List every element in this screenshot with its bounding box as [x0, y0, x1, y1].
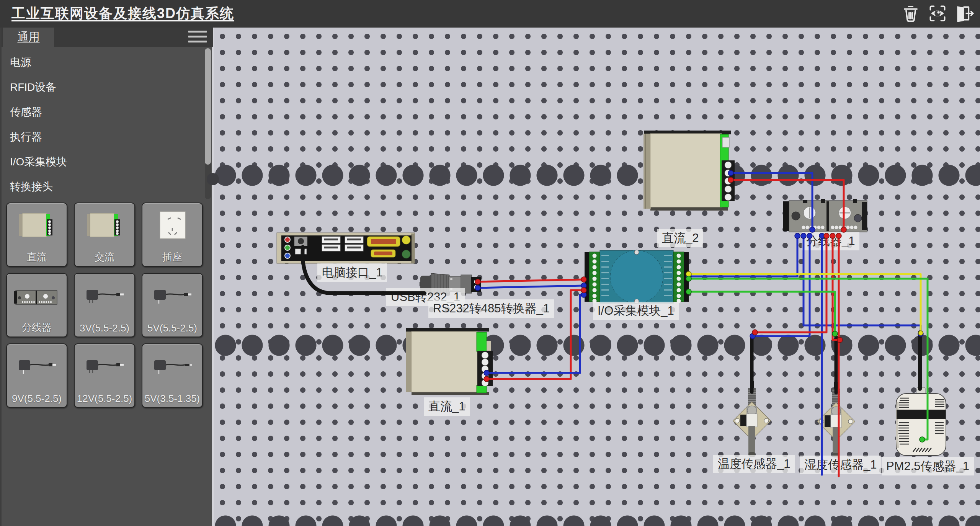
card-label: 插座: [142, 250, 202, 264]
sidebar: 通用 电源 RFID设备 传感器 执行器 I/O采集模块 转换接头 直流: [0, 28, 212, 526]
io-module-graphic: [585, 249, 689, 305]
device-dc-power-2[interactable]: [641, 128, 737, 216]
card-label: 9V(5.5-2.5): [7, 393, 67, 405]
device-label: I/O采集模块_1: [593, 302, 679, 320]
exit-icon[interactable]: [954, 3, 975, 24]
device-label: 直流_1: [424, 397, 470, 416]
sidebar-item-adapter[interactable]: 转换接头: [2, 174, 201, 199]
device-dc-power-1[interactable]: [405, 327, 497, 399]
psu-thumb-icon: [82, 209, 127, 245]
tab-general[interactable]: 通用: [3, 28, 54, 47]
device-label: 分线器_1: [802, 232, 859, 250]
card-label: 直流: [7, 250, 67, 264]
splitter-graphic: [783, 198, 873, 235]
device-palette: 直流 交流 插座: [6, 203, 209, 408]
pegboard-hole-band: [212, 515, 980, 526]
device-splitter[interactable]: [783, 198, 873, 237]
splitter-thumb-icon: [12, 280, 62, 315]
adapter-thumb-icon: [80, 280, 129, 315]
pegboard-hole-band: [212, 165, 980, 186]
sidebar-collapse-handle[interactable]: [207, 173, 219, 185]
probe-sensor-graphic: [729, 381, 775, 461]
palette-card-ac[interactable]: 交流: [74, 203, 135, 267]
palette-card-dc[interactable]: 直流: [6, 203, 67, 267]
socket-thumb-icon: [149, 209, 195, 245]
sidebar-item-io-module[interactable]: I/O采集模块: [2, 149, 201, 174]
card-label: 5V(5.5-2.5): [142, 322, 202, 334]
device-humidity-sensor[interactable]: [813, 382, 859, 464]
device-label: RS232转485转换器_1: [428, 299, 554, 318]
psu-thumb-icon: [14, 209, 60, 245]
card-label: 5V(3.5-1.35): [142, 393, 202, 405]
toolbar-icons: [900, 3, 975, 24]
trash-icon[interactable]: [900, 3, 921, 24]
sidebar-header: 通用: [2, 28, 213, 47]
adapter-thumb-icon: [12, 350, 62, 386]
sidebar-scrollbar-thumb[interactable]: [205, 48, 211, 165]
sidebar-item-power[interactable]: 电源: [2, 50, 201, 75]
app-title: 工业互联网设备及接线3D仿真系统: [11, 0, 234, 27]
device-label: PM2.5传感器_1: [882, 457, 974, 475]
palette-card-12v[interactable]: 12V(5.5-2.5): [74, 343, 135, 408]
device-pm25-sensor[interactable]: [892, 387, 951, 459]
adapter-thumb-icon: [147, 280, 197, 315]
dc-power-graphic: [641, 128, 737, 214]
device-label: 温度传感器_1: [713, 455, 795, 473]
device-label: 电脑接口_1: [317, 263, 387, 282]
menu-icon[interactable]: [188, 31, 207, 44]
palette-card-socket[interactable]: 插座: [142, 203, 203, 267]
pc-panel-graphic: [276, 232, 417, 265]
palette-card-splitter[interactable]: 分线器: [6, 273, 67, 337]
sidebar-item-sensor[interactable]: 传感器: [2, 100, 201, 124]
palette-card-9v[interactable]: 9V(5.5-2.5): [6, 343, 67, 408]
probe-sensor-graphic: [813, 382, 859, 462]
card-label: 12V(5.5-2.5): [75, 393, 134, 405]
sidebar-item-rfid[interactable]: RFID设备: [2, 75, 201, 100]
category-list: 电源 RFID设备 传感器 执行器 I/O采集模块 转换接头: [2, 50, 201, 199]
view-focus-icon[interactable]: [927, 3, 948, 24]
device-pc-io-panel[interactable]: [276, 232, 417, 266]
palette-card-3v[interactable]: 3V(5.5-2.5): [74, 273, 135, 337]
device-label: 湿度传感器_1: [800, 456, 881, 474]
dc-power-graphic: [405, 327, 497, 397]
device-label: 直流_2: [657, 229, 703, 247]
adapter-thumb-icon: [147, 350, 197, 386]
pegboard-hole-band: [212, 335, 980, 356]
pm25-sensor-graphic: [892, 387, 951, 457]
device-temperature-sensor[interactable]: [729, 381, 775, 463]
top-bar: 工业互联网设备及接线3D仿真系统: [0, 0, 980, 28]
card-label: 3V(5.5-2.5): [75, 322, 134, 334]
simulation-canvas[interactable]: 直流_2 电脑接口_1 USB转232_1 RS232转485转换器_1 I/O…: [212, 28, 980, 526]
device-io-acquisition-module[interactable]: [585, 249, 689, 306]
adapter-thumb-icon: [80, 350, 129, 386]
palette-card-5v-small[interactable]: 5V(3.5-1.35): [142, 343, 203, 408]
card-label: 交流: [75, 250, 134, 264]
card-label: 分线器: [7, 321, 67, 334]
palette-card-5v[interactable]: 5V(5.5-2.5): [142, 273, 203, 337]
sidebar-item-actuator[interactable]: 执行器: [2, 124, 201, 149]
